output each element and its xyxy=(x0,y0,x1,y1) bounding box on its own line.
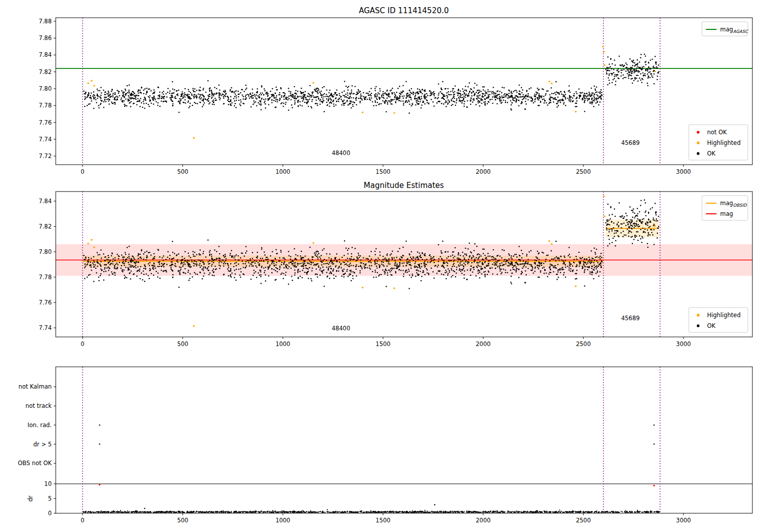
ticks: 0500100015002000250030007.727.747.767.78… xyxy=(39,18,691,175)
legend-bottom: HighlightedOK xyxy=(689,308,748,332)
legend-label: mag xyxy=(720,210,733,217)
obsid-annotation: 45689 xyxy=(621,315,640,322)
points-ok xyxy=(83,509,660,513)
legend-label: not OK xyxy=(707,129,727,136)
x-tick-label: 500 xyxy=(177,517,188,524)
matplotlib-figure: 48400456890500100015002000250030007.727.… xyxy=(0,0,760,532)
obsid-annotation: 48400 xyxy=(332,149,351,157)
y-tick-label: 7.80 xyxy=(39,85,52,92)
y-tick-label: 7.76 xyxy=(39,119,52,126)
plot2-title: Magnitude Estimates xyxy=(364,181,444,190)
x-tick-label: 2500 xyxy=(576,517,591,524)
x-tick-label: 1500 xyxy=(375,517,390,524)
legend-label: OK xyxy=(707,322,715,329)
points-dr-outliers xyxy=(144,504,435,509)
ticks: 0500100015002000250030000510not Kalmanno… xyxy=(18,383,691,524)
plot-area xyxy=(56,18,752,165)
plot3-ylabel: dr xyxy=(27,496,34,502)
legend-label: Highlighted xyxy=(707,312,740,319)
x-tick-label: 500 xyxy=(177,340,188,348)
flag-row-label: not track xyxy=(25,402,52,409)
legend-label: Highlighted xyxy=(707,139,740,146)
y-tick-label: 7.76 xyxy=(39,299,52,306)
legend-dot-marker xyxy=(697,314,699,316)
x-tick-label: 1000 xyxy=(276,517,290,524)
points-ok xyxy=(83,54,659,114)
plot-flags-dr: 0500100015002000250030000510not Kalmanno… xyxy=(18,367,752,524)
x-tick-label: 0 xyxy=(81,168,84,175)
y-tick-label: 5 xyxy=(48,495,52,502)
y-tick-label: 0 xyxy=(48,510,52,517)
x-tick-label: 2000 xyxy=(476,340,490,348)
x-tick-label: 1000 xyxy=(276,168,290,175)
legend-dot-marker xyxy=(697,131,699,133)
y-tick-label: 7.78 xyxy=(39,102,52,109)
legend-dot-marker xyxy=(697,152,699,155)
x-tick-label: 3000 xyxy=(676,517,691,524)
y-tick-label: 7.82 xyxy=(39,68,52,75)
plots-root: 48400456890500100015002000250030007.727.… xyxy=(18,18,752,524)
points-highlighted xyxy=(87,46,656,139)
x-tick-label: 2500 xyxy=(576,168,591,175)
y-tick-label: 7.86 xyxy=(39,34,52,42)
legend-bottom: not OKHighlightedOK xyxy=(689,125,748,160)
x-tick-label: 1500 xyxy=(375,340,390,348)
y-tick-label: 7.80 xyxy=(39,248,52,255)
plot-area xyxy=(56,367,752,513)
plot1-title: AGASC ID 111414520.0 xyxy=(359,6,449,15)
obsid-annotation: 48400 xyxy=(332,325,351,332)
plot-agasc-mag: 48400456890500100015002000250030007.727.… xyxy=(39,18,752,175)
x-tick-label: 3000 xyxy=(676,168,691,175)
x-tick-label: 500 xyxy=(177,168,188,175)
legend-top: magOBSIDmag xyxy=(702,196,748,220)
y-tick-label: 7.74 xyxy=(39,324,52,331)
y-tick-label: 7.72 xyxy=(39,153,52,160)
x-tick-label: 1000 xyxy=(276,340,290,348)
y-tick-label: 7.78 xyxy=(39,274,52,281)
y-tick-label: 7.84 xyxy=(39,198,52,205)
points-dr-not-ok xyxy=(99,484,655,486)
axes-frame xyxy=(56,367,752,513)
points-flags xyxy=(99,425,655,445)
y-tick-label: 7.82 xyxy=(39,223,52,230)
x-tick-label: 2000 xyxy=(476,168,490,175)
y-tick-label: 10 xyxy=(44,480,52,487)
flag-row-label: not Kalman xyxy=(18,383,52,390)
x-tick-label: 2000 xyxy=(476,517,490,524)
legend-label: OK xyxy=(707,150,715,157)
y-tick-label: 7.84 xyxy=(39,51,52,58)
x-tick-label: 1500 xyxy=(375,168,390,175)
plot-area xyxy=(56,192,752,337)
legend-dot-marker xyxy=(697,141,699,144)
y-tick-label: 7.74 xyxy=(39,136,52,143)
x-tick-label: 0 xyxy=(81,517,84,524)
x-tick-label: 2500 xyxy=(576,340,591,348)
flag-row-label: OBS not OK xyxy=(18,460,52,467)
y-tick-label: 7.88 xyxy=(39,18,52,25)
x-tick-label: 0 xyxy=(81,340,84,348)
axes-frame xyxy=(56,18,752,165)
legend-dot-marker xyxy=(697,324,699,327)
flag-row-label: dr > 5 xyxy=(33,441,52,448)
x-tick-label: 3000 xyxy=(676,340,691,348)
flag-row-label: Ion. rad. xyxy=(27,422,52,429)
plot-magnitude-estimates: 48400456890500100015002000250030007.747.… xyxy=(39,192,752,348)
figure-canvas: 48400456890500100015002000250030007.727.… xyxy=(0,0,760,532)
legend-top: magAGASC xyxy=(702,22,748,36)
obsid-annotation: 45689 xyxy=(621,139,640,146)
